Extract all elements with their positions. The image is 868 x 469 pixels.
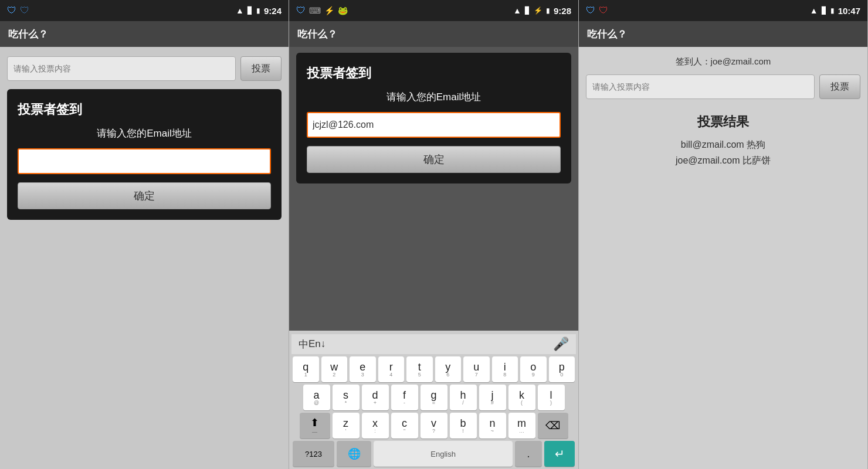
dialog-input-1[interactable] [18,148,271,174]
app-title-1: 吃什么？ [8,28,48,41]
app-title-3: 吃什么？ [587,28,627,41]
key-g[interactable]: g= [421,385,447,410]
keyboard-toolbar: 中 En↓ 🎤 [291,334,576,354]
dialog-2: 投票者签到 请输入您的Email地址 确定 [296,53,571,183]
key-b[interactable]: b! [450,413,477,439]
key-globe[interactable]: 🌐 [337,441,371,467]
key-a[interactable]: a@ [303,385,330,410]
key-o[interactable]: o9 [520,356,547,382]
titlebar-1: 吃什么？ [0,21,289,47]
status-bar-right-3: ▲ ▊ ▮ 10:47 [810,6,860,16]
key-u[interactable]: u7 [463,356,490,382]
shield-blue-icon-2: 🛡 [296,5,306,16]
dialog-confirm-2[interactable]: 确定 [307,146,561,173]
app-title-2: 吃什么？ [297,28,337,41]
input-row-3: 投票 [586,74,860,99]
time-1: 9:24 [264,6,282,16]
app-body-1: 投票 投票者签到 请输入您的Email地址 确定 [0,47,289,469]
key-d[interactable]: d+ [362,385,389,410]
key-x[interactable]: x: [362,413,389,439]
key-k[interactable]: k( [508,385,535,410]
keyboard-lang-english[interactable]: En↓ [308,338,326,350]
key-l[interactable]: l) [538,385,565,410]
signal-icon-2: ▊ [525,6,530,15]
shield-dark-icon: 🛡 [20,5,29,16]
result-section: 投票结果 bill@zmail.com 热狗 joe@zmail.com 比萨饼 [586,113,860,171]
signal-icon-3: ▊ [822,6,827,15]
shield-blue-icon: 🛡 [7,5,16,16]
dialog-subtitle-1: 请输入您的Email地址 [18,127,271,140]
key-n[interactable]: n~ [479,413,506,439]
battery-charge-icon-2: ⚡ [534,6,542,15]
key-i[interactable]: i8 [492,356,518,382]
dialog-1: 投票者签到 请输入您的Email地址 确定 [7,89,282,220]
key-h[interactable]: h/ [450,385,477,410]
keyboard-row-1: q1 w2 e3 r4 t5 y6 u7 i8 o9 p0 [293,356,575,382]
key-f[interactable]: f- [391,385,418,410]
keyboard-row-2: a@ s* d+ f- g= h/ j# k( l) [293,385,575,410]
key-e[interactable]: e3 [350,356,376,382]
time-3: 10:47 [838,6,860,16]
dialog-confirm-1[interactable]: 确定 [18,182,271,209]
status-bar-right-2: ▲ ▊ ⚡ ▮ 9:28 [513,6,571,16]
key-delete[interactable]: ⌫ [538,413,568,439]
result-title: 投票结果 [586,113,860,131]
phone-panel-3: 🛡 🛡 ▲ ▊ ▮ 10:47 吃什么？ 签到人：joe@zmail.com 投… [579,0,868,469]
status-bar-2: 🛡 ⌨ ⚡ 🐸 ▲ ▊ ⚡ ▮ 9:28 [289,0,578,21]
key-num-sym[interactable]: ?123 [293,441,334,467]
key-t[interactable]: t5 [406,356,433,382]
status-bar-left-1: 🛡 🛡 [7,5,29,16]
dialog-subtitle-2: 请输入您的Email地址 [307,90,561,104]
key-p[interactable]: p0 [549,356,575,382]
shield-red-icon-3: 🛡 [599,5,608,16]
vote-input-3[interactable] [586,74,815,99]
key-w[interactable]: w2 [321,356,348,382]
keyboard-row-bottom: ?123 🌐 English . ↵ [293,441,575,467]
keyboard-row-3: ⬆ — z' x: c" v? b! n~ m… ⌫ [293,413,575,439]
vote-button-1[interactable]: 投票 [240,56,282,81]
usb-icon-2: ⚡ [324,6,334,15]
titlebar-3: 吃什么？ [579,21,867,47]
dialog-input-2[interactable] [307,112,561,138]
key-space[interactable]: English [374,441,513,467]
key-s[interactable]: s* [333,385,360,410]
input-row-1: 投票 [7,56,282,81]
signed-in-label: 签到人：joe@zmail.com [586,56,860,67]
key-z[interactable]: z' [333,413,360,439]
key-j[interactable]: j# [479,385,506,410]
key-q[interactable]: q1 [293,356,319,382]
vote-input-1[interactable] [7,56,236,81]
key-v[interactable]: v? [421,413,447,439]
time-2: 9:28 [554,6,571,16]
key-y[interactable]: y6 [435,356,462,382]
mic-icon[interactable]: 🎤 [553,337,569,352]
phone-panel-2: 🛡 ⌨ ⚡ 🐸 ▲ ▊ ⚡ ▮ 9:28 吃什么？ 投票者签到 请输入您的Ema… [289,0,579,469]
titlebar-2: 吃什么？ [289,21,578,47]
battery-icon-3: ▮ [830,6,835,15]
app-body-3: 签到人：joe@zmail.com 投票 投票结果 bill@zmail.com… [579,47,867,469]
keyboard-lang-chinese[interactable]: 中 [299,338,308,351]
key-c[interactable]: c" [391,413,418,439]
key-r[interactable]: r4 [378,356,405,382]
key-shift[interactable]: ⬆ — [300,413,330,439]
face-icon-2: 🐸 [338,6,348,15]
keyboard-icon-2: ⌨ [309,6,321,15]
status-bar-3: 🛡 🛡 ▲ ▊ ▮ 10:47 [579,0,867,21]
status-bar-right-1: ▲ ▊ ▮ 9:24 [236,6,282,16]
result-item-0: bill@zmail.com 热狗 [586,139,860,151]
wifi-icon-2: ▲ [513,6,521,15]
status-bar-left-3: 🛡 🛡 [586,5,608,16]
status-bar-1: 🛡 🛡 ▲ ▊ ▮ 9:24 [0,0,289,21]
app-body-2: 投票者签到 请输入您的Email地址 确定 [289,47,578,331]
vote-button-3[interactable]: 投票 [819,74,860,99]
dialog-title-1: 投票者签到 [18,101,271,118]
battery-icon-1: ▮ [256,6,260,15]
key-dot[interactable]: . [515,441,542,467]
wifi-icon-1: ▲ [236,6,244,15]
key-enter[interactable]: ↵ [544,441,575,467]
key-m[interactable]: m… [508,413,535,439]
wifi-icon-3: ▲ [810,6,818,15]
shield-blue-icon-3: 🛡 [586,5,595,16]
dialog-title-2: 投票者签到 [307,64,561,82]
battery-icon-2: ▮ [546,6,550,15]
